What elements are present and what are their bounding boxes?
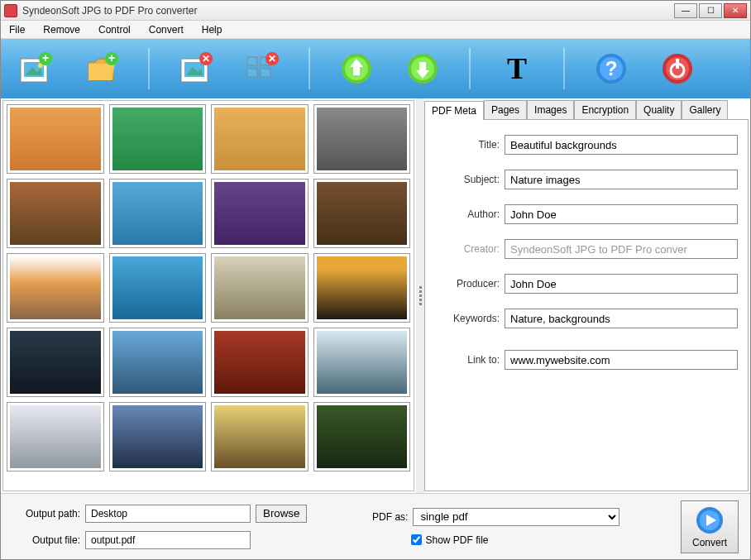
arrow-up-icon xyxy=(338,50,375,87)
svg-text:T: T xyxy=(507,52,527,85)
menubar: File Remove Control Convert Help xyxy=(1,21,750,39)
pdfas-select[interactable]: single pdf xyxy=(413,508,619,526)
subject-label: Subject: xyxy=(435,174,500,185)
thumbnail[interactable] xyxy=(313,402,411,471)
linkto-label: Link to: xyxy=(435,354,500,366)
tab-pages[interactable]: Pages xyxy=(484,100,527,119)
thumbnail[interactable] xyxy=(7,253,104,323)
remove-all-button[interactable]: ✕ xyxy=(242,49,282,89)
show-pdf-checkbox[interactable] xyxy=(411,534,422,545)
pdfas-label: PDF as: xyxy=(363,511,408,523)
svg-text:+: + xyxy=(42,51,49,65)
help-icon: ? xyxy=(593,50,629,87)
thumbnail[interactable] xyxy=(211,179,309,248)
thumbnail[interactable] xyxy=(313,328,411,397)
menu-convert[interactable]: Convert xyxy=(146,22,187,37)
thumbnail[interactable] xyxy=(109,328,207,397)
thumbnail[interactable] xyxy=(7,402,104,471)
thumbnail[interactable] xyxy=(7,104,104,174)
arrow-down-icon xyxy=(404,50,441,87)
output-path-input[interactable] xyxy=(85,505,251,523)
image-gallery[interactable] xyxy=(2,100,414,491)
output-file-label: Output file: xyxy=(12,534,80,546)
show-pdf-label: Show PDF file xyxy=(425,534,488,546)
thumbnail[interactable] xyxy=(211,104,309,174)
menu-file[interactable]: File xyxy=(6,22,28,37)
tab-pdf-meta[interactable]: PDF Meta xyxy=(424,101,484,120)
tab-encryption[interactable]: Encryption xyxy=(574,100,636,119)
toolbar-divider xyxy=(563,48,565,89)
toolbar-divider xyxy=(148,48,150,89)
toolbar-divider xyxy=(469,48,471,89)
add-folder-icon: + xyxy=(84,50,120,87)
svg-text:✕: ✕ xyxy=(268,53,276,65)
power-button[interactable] xyxy=(658,49,697,89)
window-title: SyndeonSoft JPG to PDF Pro converter xyxy=(22,5,674,17)
remove-all-icon: ✕ xyxy=(244,50,280,87)
subject-input[interactable] xyxy=(505,170,738,189)
toolbar: + + ✕ ✕ T ? xyxy=(1,39,750,98)
thumbnail[interactable] xyxy=(109,402,207,471)
thumbnail[interactable] xyxy=(7,328,104,397)
convert-button[interactable]: Convert xyxy=(681,500,739,553)
power-icon xyxy=(659,50,696,87)
toolbar-divider xyxy=(309,48,310,89)
menu-help[interactable]: Help xyxy=(199,22,226,37)
add-image-icon: + xyxy=(17,50,54,87)
svg-text:+: + xyxy=(108,51,115,65)
add-folder-button[interactable]: + xyxy=(82,49,122,89)
linkto-input[interactable] xyxy=(505,350,738,370)
tab-gallery[interactable]: Gallery xyxy=(682,100,728,119)
thumbnail[interactable] xyxy=(313,179,411,248)
browse-button[interactable]: Browse xyxy=(256,505,307,523)
add-image-button[interactable]: + xyxy=(16,49,55,89)
menu-remove[interactable]: Remove xyxy=(40,22,84,37)
titlebar: SyndeonSoft JPG to PDF Pro converter — ☐… xyxy=(1,1,750,21)
close-button[interactable]: ✕ xyxy=(724,3,747,18)
text-icon: T xyxy=(499,50,535,87)
output-file-input[interactable] xyxy=(85,531,251,549)
app-icon xyxy=(4,4,17,17)
svg-text:?: ? xyxy=(605,57,618,79)
svg-rect-13 xyxy=(247,57,257,65)
output-path-label: Output path: xyxy=(12,508,80,519)
tab-quality[interactable]: Quality xyxy=(636,100,682,119)
splitter[interactable] xyxy=(416,98,424,493)
thumbnail[interactable] xyxy=(211,328,309,397)
thumbnail[interactable] xyxy=(109,104,207,174)
pdf-meta-form: Title: Subject: Author: Creator: Produce… xyxy=(424,120,749,491)
move-up-button[interactable] xyxy=(337,49,376,89)
thumbnail[interactable] xyxy=(7,179,104,248)
thumbnail[interactable] xyxy=(211,253,309,323)
thumbnail[interactable] xyxy=(211,402,309,471)
title-input[interactable] xyxy=(505,135,738,155)
play-icon xyxy=(695,505,725,535)
producer-input[interactable] xyxy=(505,274,738,294)
svg-rect-32 xyxy=(676,59,679,69)
thumbnail[interactable] xyxy=(313,253,411,323)
producer-label: Producer: xyxy=(435,278,500,290)
bottom-panel: Output path: Browse Output file: PDF as:… xyxy=(1,493,750,559)
creator-input xyxy=(505,239,738,259)
maximize-button[interactable]: ☐ xyxy=(699,3,722,18)
creator-label: Creator: xyxy=(435,243,500,255)
thumbnail[interactable] xyxy=(313,104,411,174)
keywords-input[interactable] xyxy=(505,309,738,328)
author-input[interactable] xyxy=(505,204,738,224)
tabs: PDF Meta Pages Images Encryption Quality… xyxy=(424,100,749,120)
svg-rect-15 xyxy=(247,69,257,77)
text-button[interactable]: T xyxy=(497,49,537,89)
title-label: Title: xyxy=(435,139,500,151)
remove-image-button[interactable]: ✕ xyxy=(176,49,216,89)
svg-rect-16 xyxy=(261,69,270,77)
svg-text:✕: ✕ xyxy=(202,53,210,65)
menu-control[interactable]: Control xyxy=(95,22,134,37)
thumbnail[interactable] xyxy=(109,253,207,323)
tab-images[interactable]: Images xyxy=(527,100,574,119)
minimize-button[interactable]: — xyxy=(674,3,697,18)
thumbnail[interactable] xyxy=(109,179,207,248)
move-down-button[interactable] xyxy=(403,49,442,89)
help-button[interactable]: ? xyxy=(591,49,631,89)
author-label: Author: xyxy=(435,208,500,220)
remove-image-icon: ✕ xyxy=(178,50,214,87)
